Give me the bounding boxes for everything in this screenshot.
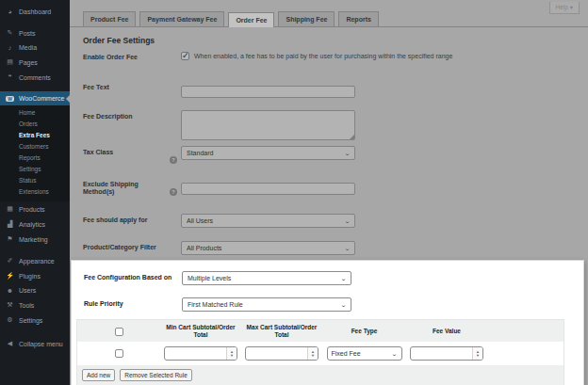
rule-priority-select[interactable]: First Matched Rule ⌄	[182, 297, 351, 312]
apply-for-value: All Users	[187, 217, 213, 224]
sidebar-item-dashboard[interactable]: ◕ Dashboard	[0, 5, 70, 19]
sidebar-item-woocommerce[interactable]: W WooCommerce	[0, 91, 70, 105]
rule-priority-label: Rule Priority	[84, 297, 182, 308]
number-stepper-icon[interactable]: ▲▼	[226, 347, 237, 360]
tax-class-value: Standard	[187, 150, 213, 156]
sidebar-item-pages[interactable]: ▤ Pages	[0, 55, 70, 70]
header-fee-type: Fee Type	[322, 328, 406, 335]
exclude-shipping-input[interactable]	[181, 183, 355, 195]
number-stepper-icon[interactable]: ▲▼	[472, 347, 482, 360]
sidebar-item-label: Pages	[19, 59, 38, 66]
sidebar-item-media[interactable]: ♪ Media	[0, 40, 70, 55]
fee-description-textarea[interactable]	[181, 110, 355, 140]
sidebar-item-label: WooCommerce	[19, 95, 65, 102]
max-cart-input[interactable]	[246, 347, 307, 360]
sidebar-item-tools[interactable]: ⚒ Tools	[0, 297, 70, 313]
help-icon[interactable]: ?	[170, 156, 177, 164]
page-title: Order Fee Settings	[83, 36, 588, 45]
submenu-item-orders[interactable]: Orders	[0, 119, 70, 130]
fee-config-value: Multiple Levels	[188, 275, 231, 281]
analytics-icon: ▟	[6, 220, 14, 228]
settings-tab-bar: Product Fee Payment Gateway Fee Order Fe…	[70, 0, 588, 27]
submenu-item-reports[interactable]: Reports	[0, 152, 70, 164]
chevron-down-icon: ⌄	[344, 150, 351, 156]
sidebar-item-label: Posts	[19, 30, 36, 37]
fee-config-label: Fee Configuration Based on	[84, 271, 182, 281]
sidebar-item-label: Plugins	[19, 273, 41, 280]
tools-icon: ⚒	[6, 301, 14, 309]
fee-config-select[interactable]: Multiple Levels ⌄	[182, 271, 351, 285]
sidebar-item-label: Tools	[19, 302, 34, 309]
fee-text-input[interactable]	[181, 86, 355, 98]
remove-selected-rule-button[interactable]: Remove Selected Rule	[120, 369, 191, 381]
rules-table: Min Cart Subtotal/Order Total Max Cart S…	[76, 319, 564, 385]
sidebar-item-settings[interactable]: ⚙ Settings	[0, 313, 70, 328]
rules-table-footer: Add new Remove Selected Rule	[77, 365, 564, 385]
number-stepper-icon[interactable]: ▲▼	[307, 347, 318, 360]
tab-reports[interactable]: Reports	[338, 11, 378, 26]
product-filter-select[interactable]: All Products ⌄	[181, 241, 355, 255]
fee-value-input[interactable]	[411, 347, 472, 360]
marketing-icon: ⚑	[6, 235, 14, 243]
rule-priority-value: First Matched Rule	[188, 301, 243, 308]
header-min-cart: Min Cart Subtotal/Order Total	[160, 324, 241, 339]
help-icon[interactable]: ?	[170, 188, 177, 196]
sidebar-item-marketing[interactable]: ⚑ Marketing	[0, 232, 70, 247]
submenu-item-extra-fees[interactable]: Extra Fees	[0, 130, 70, 141]
enable-order-fee-label: Enable Order Fee	[83, 51, 170, 61]
woocommerce-icon: W	[6, 95, 14, 102]
submenu-item-extensions[interactable]: Extensions	[0, 186, 70, 198]
sidebar-item-label: Marketing	[19, 236, 48, 243]
product-filter-value: All Products	[187, 245, 221, 251]
submenu-item-customers[interactable]: Customers	[0, 141, 70, 152]
tab-order-fee[interactable]: Order Fee	[228, 12, 274, 27]
collapse-menu-button[interactable]: ◀ Collapse menu	[0, 336, 70, 351]
admin-sidebar: ◕ Dashboard ✎ Posts ♪ Media ▤ Pages ❝ Co…	[0, 0, 70, 385]
add-new-button[interactable]: Add new	[82, 369, 115, 381]
submenu-item-settings[interactable]: Settings	[0, 164, 70, 175]
chevron-down-icon: ▾	[570, 4, 573, 10]
apply-for-label: Fee should apply for	[83, 214, 170, 224]
sidebar-item-products[interactable]: ▦ Products	[0, 201, 70, 217]
help-label: Help	[556, 4, 568, 10]
woocommerce-submenu: Home Orders Extra Fees Customers Reports…	[0, 105, 70, 201]
product-filter-row: Product/Category Filter All Products ⌄	[83, 241, 588, 255]
rule-row-checkbox[interactable]	[115, 349, 123, 358]
sidebar-item-plugins[interactable]: ⚡ Plugins	[0, 268, 70, 283]
exclude-shipping-row: Exclude Shipping Method(s) ?	[83, 178, 588, 198]
sidebar-item-users[interactable]: ☻ Users	[0, 283, 70, 297]
tab-payment-gateway-fee[interactable]: Payment Gateway Fee	[139, 11, 224, 26]
fee-text-label: Fee Text	[83, 81, 170, 91]
apply-for-select[interactable]: All Users ⌄	[181, 214, 355, 228]
sidebar-item-label: Products	[19, 206, 45, 213]
product-filter-label: Product/Category Filter	[83, 241, 170, 251]
sidebar-item-appearance[interactable]: ✐ Appearance	[0, 253, 70, 268]
enable-order-fee-row: Enable Order Fee When enabled, a fee has…	[83, 51, 588, 61]
sidebar-item-analytics[interactable]: ▟ Analytics	[0, 217, 70, 232]
help-tab[interactable]: Help ▾	[549, 2, 580, 14]
header-fee-value: Fee Value	[406, 328, 487, 335]
submenu-item-home[interactable]: Home	[0, 107, 70, 119]
comments-icon: ❝	[6, 73, 14, 81]
sidebar-item-posts[interactable]: ✎ Posts	[0, 25, 70, 40]
select-all-checkbox[interactable]	[115, 328, 123, 336]
tax-class-select[interactable]: Standard ⌄	[181, 146, 355, 160]
tab-shipping-fee[interactable]: Shipping Fee	[278, 11, 335, 26]
fee-type-select[interactable]: Fixed Fee ⌄	[327, 346, 402, 361]
sidebar-item-label: Appearance	[19, 258, 55, 265]
order-fee-form: Enable Order Fee When enabled, a fee has…	[70, 51, 588, 255]
min-cart-input[interactable]	[165, 347, 226, 360]
sidebar-item-comments[interactable]: ❝ Comments	[0, 70, 70, 85]
resize-handle-icon[interactable]	[350, 135, 354, 139]
chevron-down-icon: ⌄	[344, 217, 351, 224]
submenu-item-status[interactable]: Status	[0, 175, 70, 186]
sidebar-item-label: Users	[19, 287, 36, 294]
fee-description-row: Fee Description	[83, 110, 588, 140]
tab-product-fee[interactable]: Product Fee	[83, 11, 136, 26]
sidebar-item-label: Settings	[19, 317, 42, 324]
chevron-down-icon: ⌄	[340, 301, 347, 308]
users-icon: ☻	[6, 287, 14, 294]
collapse-icon: ◀	[6, 340, 14, 347]
enable-order-fee-description: When enabled, a fee has to be paid by th…	[194, 52, 452, 60]
enable-order-fee-checkbox[interactable]	[181, 52, 189, 60]
